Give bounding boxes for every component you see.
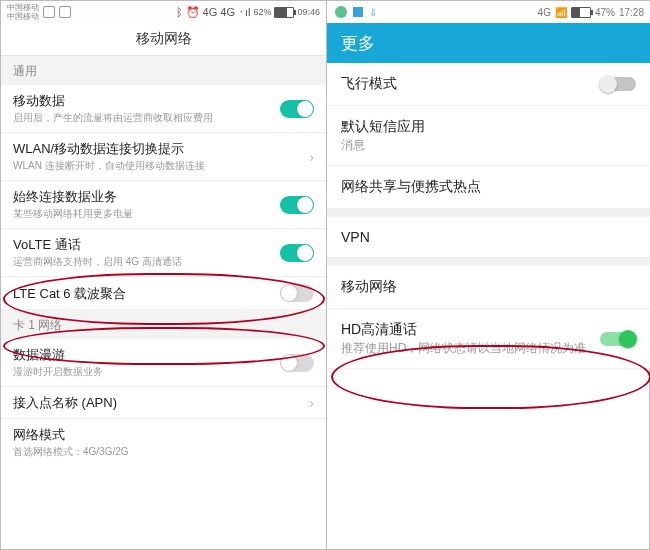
row-network-mode[interactable]: 网络模式首选网络模式：4G/3G/2G [1, 419, 326, 466]
row-vpn[interactable]: VPN [327, 217, 650, 258]
section-header-general: 通用 [1, 56, 326, 85]
net-2: 4G [220, 6, 235, 18]
row-apn[interactable]: 接入点名称 (APN) › [1, 387, 326, 419]
section-header-sim1: 卡 1 网络 [1, 310, 326, 339]
row-always-connect-data[interactable]: 始终连接数据业务某些移动网络耗用更多电量 [1, 181, 326, 229]
toggle-volte[interactable] [280, 244, 314, 262]
toggle-lte-cat6[interactable] [280, 284, 314, 302]
bluetooth-icon: ᛒ [176, 6, 183, 18]
toggle-mobile-data[interactable] [280, 100, 314, 118]
row-mobile-network[interactable]: 移动网络 [327, 266, 650, 309]
toggle-always-connect[interactable] [280, 196, 314, 214]
row-tethering[interactable]: 网络共享与便携式热点 [327, 166, 650, 209]
clock: 17:28 [619, 7, 644, 18]
chevron-right-icon: › [301, 395, 314, 411]
row-mobile-data[interactable]: 移动数据启用后，产生的流量将由运营商收取相应费用 [1, 85, 326, 133]
status-bar: ⇩ 4G 📶 47% 17:28 [327, 1, 650, 23]
battery-pct: 47% [595, 7, 615, 18]
row-hd-voice[interactable]: HD高清通话推荐使用HD，网络状态请以当地网络情况为准 [327, 309, 650, 369]
page-title: 更多 [327, 23, 650, 63]
section-gap [327, 209, 650, 217]
carrier-2: 中国移动 [7, 12, 39, 21]
row-volte[interactable]: VoLTE 通话运营商网络支持时，启用 4G 高清通话 [1, 229, 326, 277]
alarm-icon: ⏰ [186, 6, 200, 19]
signal-icon: 📶 [555, 7, 567, 18]
row-wlan-switch-prompt[interactable]: WLAN/移动数据连接切换提示WLAN 连接断开时，自动使用移动数据连接 › [1, 133, 326, 181]
battery-icon [274, 7, 294, 18]
toggle-hd-voice[interactable] [600, 332, 636, 346]
toggle-data-roaming[interactable] [280, 354, 314, 372]
page-title: 移动网络 [1, 23, 326, 56]
row-data-roaming[interactable]: 数据漫游漫游时开启数据业务 [1, 339, 326, 387]
app-icon [43, 6, 55, 18]
row-airplane-mode[interactable]: 飞行模式 [327, 63, 650, 106]
clock: 09:46 [297, 7, 320, 17]
phone-right: ⇩ 4G 📶 47% 17:28 更多 飞行模式 默认短信应用消息 网络共享与便… [327, 1, 650, 549]
net-label: 4G [538, 7, 551, 18]
toggle-airplane[interactable] [600, 77, 636, 91]
download-icon: ⇩ [369, 7, 377, 18]
carrier-1: 中国移动 [7, 3, 39, 12]
row-lte-cat6[interactable]: LTE Cat 6 载波聚合 [1, 277, 326, 310]
section-gap [327, 258, 650, 266]
app-icon [59, 6, 71, 18]
chevron-right-icon: › [301, 149, 314, 165]
signal-icon: ᛫ıl [238, 6, 251, 18]
row-default-sms[interactable]: 默认短信应用消息 [327, 106, 650, 166]
battery-pct: 62% [253, 7, 271, 17]
net-1: 4G [203, 6, 218, 18]
battery-icon [571, 7, 591, 18]
status-bar: 中国移动 中国移动 ᛒ ⏰ 4G 4G ᛫ıl 62% 09:46 [1, 1, 326, 23]
app-dot-icon [335, 6, 347, 18]
phone-left: 中国移动 中国移动 ᛒ ⏰ 4G 4G ᛫ıl 62% 09:46 移动网络 通… [1, 1, 327, 549]
app-badge-icon [353, 7, 363, 17]
